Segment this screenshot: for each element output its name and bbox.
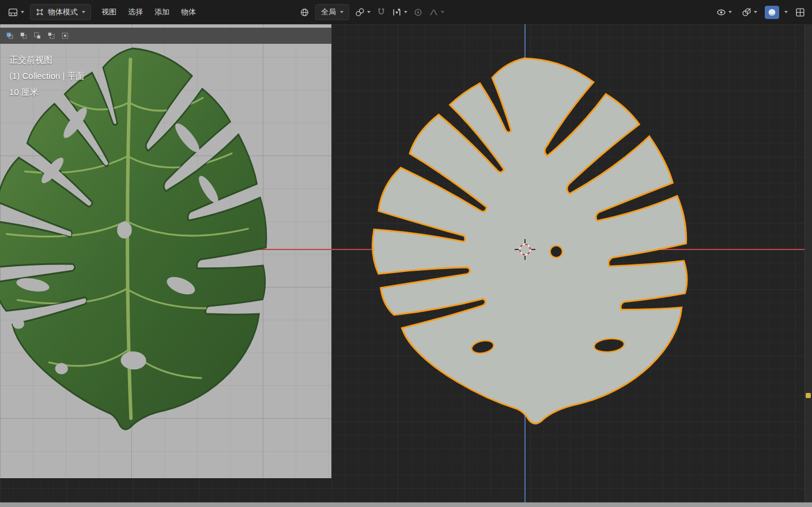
select-tweak-icon[interactable]	[5, 31, 14, 41]
chevron-down-icon	[404, 11, 407, 13]
curve-object-holes	[470, 245, 625, 355]
snap-target-icon	[392, 7, 402, 17]
falloff-curve-icon	[429, 7, 439, 17]
menu-bar: 视图 选择 添加 物体	[96, 4, 202, 20]
select-box-icon[interactable]	[18, 31, 28, 41]
sidebar-tab-icon[interactable]	[806, 393, 811, 398]
transform-controls: 全局	[300, 4, 444, 20]
snap-magnet-icon[interactable]	[376, 7, 386, 17]
quad-view-button[interactable]	[793, 6, 807, 19]
overlays-icon	[742, 7, 751, 17]
viewport-shading-toggle[interactable]	[765, 6, 779, 19]
falloff-dropdown[interactable]	[429, 7, 444, 17]
show-overlays-toggle[interactable]	[739, 6, 760, 19]
mode-dropdown-label: 物体模式	[48, 7, 78, 17]
menu-add[interactable]: 添加	[149, 4, 175, 20]
menu-object[interactable]: 物体	[175, 4, 202, 20]
sidebar-edge[interactable]	[805, 24, 812, 502]
select-lasso-icon[interactable]	[46, 31, 56, 41]
orientation-global-icon	[300, 7, 309, 17]
collection-object-label: (1) Collection | 平面	[9, 68, 85, 84]
pivot-point-dropdown[interactable]	[355, 7, 371, 17]
axis-x-line	[0, 249, 812, 250]
grid-scale-label: 10 厘米	[9, 84, 85, 100]
topbar: 物体模式 视图 选择 添加 物体 全局	[0, 0, 812, 24]
curve-object-selected[interactable]	[372, 58, 687, 423]
snap-target-dropdown[interactable]	[392, 7, 407, 17]
chevron-down-icon	[21, 11, 24, 13]
shading-sphere-icon	[767, 7, 777, 17]
view-name-label: 正交前视图	[9, 52, 85, 68]
show-gizmo-toggle[interactable]	[714, 6, 734, 19]
orientation-dropdown[interactable]: 全局	[315, 4, 349, 20]
chevron-down-icon	[441, 11, 444, 13]
chevron-down-icon	[340, 11, 343, 13]
chevron-down-icon	[82, 11, 85, 13]
viewport-toggles	[714, 6, 807, 19]
viewport-3d[interactable]: 正交前视图 (1) Collection | 平面 10 厘米	[0, 24, 812, 502]
status-bar	[0, 502, 812, 507]
quad-view-icon	[795, 7, 805, 17]
chevron-down-icon	[754, 11, 757, 13]
select-paint-icon[interactable]	[60, 31, 70, 41]
orientation-label: 全局	[321, 7, 336, 17]
chevron-down-icon	[784, 11, 788, 13]
select-tool-strip	[0, 28, 331, 44]
blender-window: 物体模式 视图 选择 添加 物体 全局	[0, 0, 812, 507]
object-mode-icon	[36, 8, 44, 16]
editor-type-button[interactable]	[5, 5, 28, 20]
menu-select[interactable]: 选择	[122, 4, 149, 20]
menu-view[interactable]: 视图	[96, 4, 122, 20]
gizmo-icon	[716, 7, 726, 17]
mode-dropdown[interactable]: 物体模式	[30, 4, 91, 20]
pivot-point-icon	[355, 7, 365, 17]
axis-z-line	[524, 24, 526, 502]
editor-type-icon	[8, 7, 18, 17]
select-circle-icon[interactable]	[32, 31, 42, 41]
viewport-overlay-text: 正交前视图 (1) Collection | 平面 10 厘米	[9, 52, 85, 100]
chevron-down-icon	[728, 11, 732, 13]
proportional-editing-icon[interactable]	[413, 7, 423, 17]
chevron-down-icon	[367, 11, 371, 13]
